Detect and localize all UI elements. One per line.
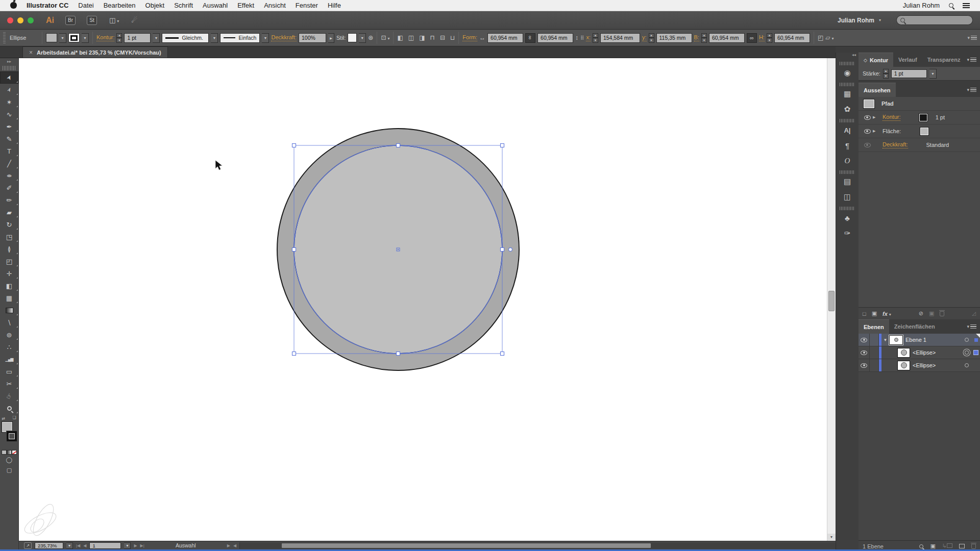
swap-fill-stroke-icon[interactable]: ⇄ xyxy=(2,416,6,421)
notification-center-icon[interactable] xyxy=(963,3,970,8)
add-effect-icon[interactable]: fx▾ xyxy=(883,311,891,317)
export-icon[interactable]: ↗ xyxy=(24,542,32,549)
align-center-vertical-icon[interactable]: ⊟ xyxy=(440,34,445,41)
first-artboard-icon[interactable]: |◀ xyxy=(76,543,80,548)
appearance-item-label[interactable]: Kontur: xyxy=(883,114,900,121)
dock-grip[interactable] xyxy=(840,207,855,210)
new-sublayer-icon[interactable]: ↳ xyxy=(942,543,952,549)
next-artboard-icon[interactable]: ▶ xyxy=(134,543,137,548)
constrain-wh-icon[interactable]: ∞ xyxy=(747,33,757,43)
stroke-weight-stepper[interactable]: ▲▼ xyxy=(116,33,122,43)
menu-ansicht[interactable]: Ansicht xyxy=(264,2,286,9)
appearance-swatch[interactable] xyxy=(920,128,928,135)
dock-character-panel[interactable]: A| xyxy=(836,122,859,138)
y-label[interactable]: y: xyxy=(642,34,647,41)
duplicate-item-icon[interactable]: ▣ xyxy=(929,310,934,317)
w-value[interactable]: 60,954 mm xyxy=(709,33,745,43)
dock-swatches-panel[interactable]: ▦ xyxy=(836,86,859,102)
stroke-weight-dropdown[interactable]: ▼ xyxy=(153,33,160,43)
close-tab-icon[interactable]: × xyxy=(29,49,33,56)
bridge-button[interactable]: Br xyxy=(65,16,76,25)
layer-selection-proxy[interactable] xyxy=(972,350,980,355)
disclosure-triangle-icon[interactable]: ▶ xyxy=(873,129,879,133)
tool-selection-tool[interactable]: ➤ xyxy=(0,71,19,84)
color-button[interactable] xyxy=(2,450,7,455)
controlbar-grip[interactable] xyxy=(3,32,6,43)
vertical-scrollbar[interactable]: ▼ xyxy=(827,58,836,541)
constrain-proportions-icon[interactable]: ∞ xyxy=(525,33,535,43)
panel-resize-grip[interactable]: ◿ xyxy=(972,311,976,316)
layer-row[interactable]: ▼Ebene 1 xyxy=(859,334,980,346)
menu-fenster[interactable]: Fenster xyxy=(296,2,318,9)
fill-color-dropdown[interactable]: ▼ xyxy=(59,33,66,43)
vertical-scrollbar-thumb[interactable] xyxy=(828,291,835,311)
screen-mode-icon[interactable]: ▢ xyxy=(0,465,19,475)
disclosure-triangle-icon[interactable]: ▶ xyxy=(873,115,879,119)
menu-objekt[interactable]: Objekt xyxy=(145,2,165,9)
controlbar-options-icon[interactable]: ▾ xyxy=(967,35,977,40)
stroke-panel-stepper[interactable]: ▲▼ xyxy=(883,69,889,79)
add-fill-icon[interactable]: ▣ xyxy=(872,310,877,317)
tool-zoom-tool[interactable] xyxy=(0,402,19,414)
shape-label[interactable]: Form: xyxy=(462,34,477,41)
artboard-dropdown[interactable]: ▼ xyxy=(124,542,131,549)
tool-line-segment-tool[interactable]: ╱ xyxy=(0,157,19,169)
shape-width-value[interactable]: 60,954 mm xyxy=(487,33,523,43)
tool-rotate-tool[interactable]: ↻ xyxy=(0,218,19,231)
dock-grip[interactable] xyxy=(840,170,855,174)
shear-icon[interactable]: ▱▾ xyxy=(825,34,834,41)
tool-gradient-tool[interactable] xyxy=(0,304,19,316)
opacity-caret[interactable]: ▶ xyxy=(328,33,334,43)
tool-scale-tool[interactable]: ◳ xyxy=(0,231,19,243)
x-stepper[interactable]: ▲▼ xyxy=(593,33,598,43)
tool-magic-wand-tool[interactable]: ✶ xyxy=(0,96,19,108)
align-top-icon[interactable]: ⊓ xyxy=(430,34,435,41)
tool-column-graph-tool[interactable]: ▁▄▆ xyxy=(0,353,19,365)
appearance-row-stroke[interactable]: ▶Kontur:1 pt xyxy=(859,111,980,124)
align-right-icon[interactable]: ◨ xyxy=(419,34,425,41)
toolbar-stroke-swatch[interactable] xyxy=(6,431,17,442)
w-label[interactable]: B: xyxy=(694,34,699,41)
toolbar-grip[interactable] xyxy=(3,66,16,70)
live-shape-widget[interactable] xyxy=(509,248,512,252)
tool-mesh-tool[interactable]: ▦ xyxy=(0,292,19,304)
tool-puppet-warp-tool[interactable]: ✛ xyxy=(0,267,19,280)
menu-schrift[interactable]: Schrift xyxy=(174,2,193,9)
menu-bearbeiten[interactable]: Bearbeiten xyxy=(104,2,136,9)
dock-grip[interactable] xyxy=(840,62,855,65)
app-search-input[interactable] xyxy=(896,15,973,25)
stroke-panel-weight-dropdown[interactable]: ▼ xyxy=(929,69,937,79)
tool-blend-tool[interactable]: ⊚ xyxy=(0,329,19,341)
tab-verlauf[interactable]: Verlauf xyxy=(893,53,922,67)
visibility-toggle[interactable] xyxy=(862,129,873,134)
scroll-left-icon[interactable]: ◀ xyxy=(233,543,236,548)
recolor-artwork-icon[interactable]: ⊛ xyxy=(368,34,373,41)
drawing-modes-icon[interactable]: ◯ xyxy=(0,455,19,465)
brush-caret[interactable]: ▼ xyxy=(262,33,269,43)
x-value[interactable]: 154,584 mm xyxy=(600,33,640,43)
make-clipping-mask-icon[interactable]: ▣ xyxy=(930,543,935,549)
dock-paragraph-panel[interactable]: ¶ xyxy=(836,138,859,153)
clear-appearance-icon[interactable]: ⊘ xyxy=(919,310,923,317)
stroke-color-swatch[interactable] xyxy=(68,33,80,42)
appearance-panel-menu-icon[interactable]: ▾ xyxy=(967,83,980,97)
spotlight-search-icon[interactable] xyxy=(949,3,953,8)
tool-direct-selection-tool[interactable]: ➢ xyxy=(0,84,19,96)
gradient-button[interactable] xyxy=(7,450,12,455)
dock-align-panel[interactable]: ▤ xyxy=(836,174,859,189)
layer-lock-cell[interactable] xyxy=(870,359,879,371)
tab-ebenen[interactable]: Ebenen xyxy=(859,319,889,334)
profile-caret[interactable]: ▼ xyxy=(211,33,218,43)
layer-name[interactable]: <Ellipse> xyxy=(913,349,962,356)
appearance-row-opacity[interactable]: Deckkraft:Standard xyxy=(859,138,980,152)
dock-grip[interactable] xyxy=(840,119,855,122)
tool-artboard-tool[interactable]: ▭ xyxy=(0,365,19,378)
tool-ellipse-tool[interactable]: ● xyxy=(0,169,19,182)
transform-icon[interactable]: ◰ xyxy=(818,34,823,41)
x-label[interactable]: x: xyxy=(586,34,591,41)
last-artboard-icon[interactable]: ▶| xyxy=(140,543,144,548)
dock-opentype-panel[interactable]: O xyxy=(836,153,859,168)
zoom-level-value[interactable]: 235,73% xyxy=(35,542,63,549)
stroke-weight-value[interactable]: 1 pt xyxy=(124,33,151,43)
canvas[interactable] xyxy=(19,58,827,541)
